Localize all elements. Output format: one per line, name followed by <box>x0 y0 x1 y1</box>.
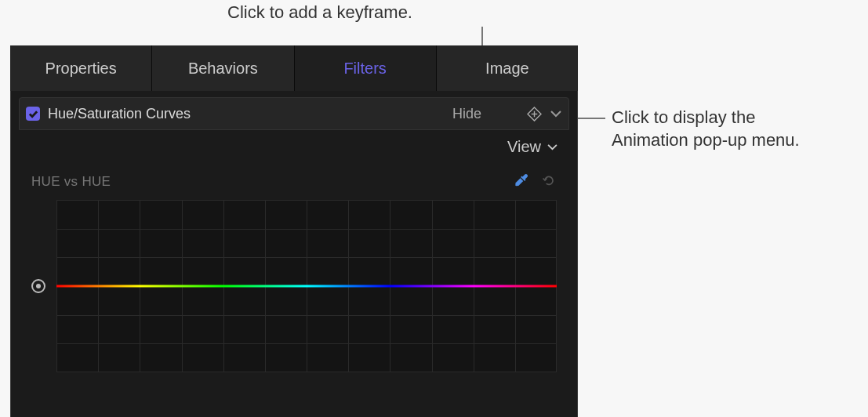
check-icon <box>28 109 38 119</box>
hue-curve-line[interactable] <box>56 285 557 288</box>
inspector-tabs: Properties Behaviors Filters Image <box>10 45 578 91</box>
hide-button[interactable]: Hide <box>452 106 481 122</box>
eyedropper-icon <box>513 172 530 189</box>
curve-header: HUE vs HUE <box>28 164 560 200</box>
tab-label: Filters <box>343 60 386 78</box>
curve-label: HUE vs HUE <box>31 174 111 190</box>
callout-keyframe-text: Click to add a keyframe. <box>227 2 412 24</box>
add-keyframe-button[interactable] <box>527 107 542 121</box>
eyedropper-button[interactable] <box>513 172 530 192</box>
reset-curve-button[interactable] <box>541 172 557 191</box>
tab-properties[interactable]: Properties <box>10 45 151 91</box>
view-popup[interactable]: View <box>507 138 558 156</box>
filter-title: Hue/Saturation Curves <box>48 106 452 122</box>
curve-section: HUE vs HUE <box>19 161 569 382</box>
curve-tools <box>513 172 557 192</box>
tab-label: Image <box>485 60 529 78</box>
tab-label: Properties <box>45 60 117 78</box>
tab-behaviors[interactable]: Behaviors <box>151 45 293 91</box>
view-row: View <box>19 130 569 161</box>
tab-filters[interactable]: Filters <box>294 45 436 91</box>
chevron-down-icon <box>550 110 562 118</box>
animation-menu-button[interactable] <box>550 110 562 118</box>
tab-label: Behaviors <box>188 60 258 78</box>
tab-image[interactable]: Image <box>436 45 578 91</box>
filter-section-header: Hue/Saturation Curves Hide <box>19 97 569 130</box>
undo-arrow-icon <box>541 172 557 188</box>
filter-enabled-checkbox[interactable] <box>26 107 40 121</box>
inspector-body: Hue/Saturation Curves Hide View <box>10 91 578 417</box>
chevron-down-icon <box>547 143 558 150</box>
inspector-panel: Properties Behaviors Filters Image Hue/S… <box>10 45 578 417</box>
curve-grid[interactable] <box>56 200 557 372</box>
curve-editor <box>28 200 560 372</box>
view-popup-label: View <box>507 138 541 156</box>
curve-point-indicator[interactable] <box>31 279 45 293</box>
keyframe-diamond-icon <box>527 107 542 121</box>
callout-animation-text: Click to display the Animation pop-up me… <box>612 107 800 151</box>
